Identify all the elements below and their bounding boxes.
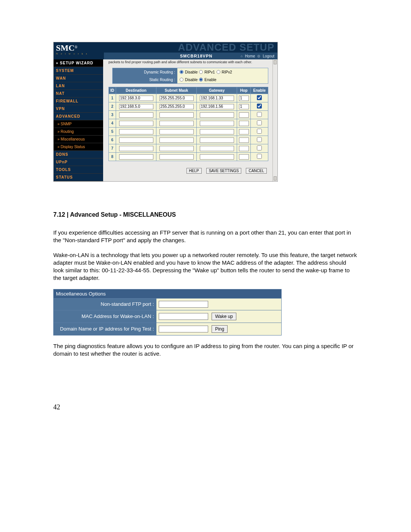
table-row: 5 — [109, 128, 268, 136]
wake-up-button[interactable]: Wake up — [212, 313, 236, 320]
nav-lan[interactable]: LAN — [54, 82, 103, 90]
mask-input[interactable] — [159, 129, 194, 134]
nav-upnp[interactable]: UPnP — [54, 158, 103, 166]
hop-input[interactable] — [239, 104, 249, 109]
dyn-option-label: RIPv2 — [222, 70, 232, 74]
table-row: 7 — [109, 144, 268, 153]
enable-checkbox[interactable] — [257, 95, 262, 100]
table-row: 1 — [109, 94, 268, 102]
dest-input[interactable] — [119, 137, 153, 143]
ping-button[interactable]: Ping — [212, 325, 228, 333]
device-model: SMCBR18VPN — [180, 54, 212, 58]
dest-input[interactable] — [119, 96, 153, 101]
dest-input[interactable] — [119, 104, 153, 109]
nav-tools[interactable]: TOOLS — [54, 166, 103, 174]
stat-option-label: Enable — [204, 78, 216, 82]
mask-input[interactable] — [159, 104, 194, 109]
doc-paragraph-wol: Wake-on-LAN is a technology that lets yo… — [53, 251, 358, 282]
dest-input[interactable] — [119, 121, 153, 126]
scrollbar[interactable] — [272, 59, 277, 181]
router-admin-screenshot: SMC® N e t w o r k s ADVANCED SETUP SMCB… — [53, 42, 278, 182]
mask-input[interactable] — [159, 137, 194, 143]
gateway-input[interactable] — [200, 121, 234, 126]
wol-mac-input[interactable] — [159, 313, 208, 320]
stat-radio-enable[interactable] — [199, 78, 203, 81]
nav-setup-wizard[interactable]: » SETUP WIZARD — [54, 59, 103, 67]
col-subnet-mask: Subnet Mask — [156, 87, 197, 94]
table-row: 8 — [109, 153, 268, 161]
table-row: 4 — [109, 119, 268, 128]
logout-link[interactable]: Logout — [263, 54, 274, 58]
mask-input[interactable] — [159, 96, 194, 101]
dest-input[interactable] — [119, 146, 153, 151]
hop-input[interactable] — [239, 137, 249, 143]
nav-firewall[interactable]: FIREWALL — [54, 97, 103, 105]
mask-input[interactable] — [159, 154, 194, 160]
enable-checkbox[interactable] — [257, 112, 262, 117]
dest-input[interactable] — [119, 112, 153, 118]
stat-option-label: Disable — [185, 78, 198, 82]
nav-vpn[interactable]: VPN — [54, 105, 103, 113]
save-button[interactable]: SAVE SETTINGS — [206, 168, 242, 174]
help-button[interactable]: HELP — [186, 168, 202, 174]
dest-input[interactable] — [119, 154, 153, 160]
hop-input[interactable] — [239, 96, 249, 101]
nav-miscellaneous[interactable]: » Miscellaneous — [54, 136, 103, 143]
hop-input[interactable] — [239, 146, 249, 151]
gateway-input[interactable] — [200, 112, 234, 118]
table-row: 2 — [109, 102, 268, 111]
nav-status[interactable]: STATUS — [54, 174, 103, 181]
col-id: ID — [109, 87, 116, 94]
banner-title: ADVANCED SETUP — [178, 42, 274, 53]
nav-ddns[interactable]: DDNS — [54, 151, 103, 158]
home-icon: ⌂ — [241, 54, 242, 58]
section-heading: 7.12 | Advanced Setup - MISCELLANEOUS — [53, 211, 358, 218]
nav-wan[interactable]: WAN — [54, 75, 103, 82]
stat-radio-disable[interactable] — [180, 78, 183, 81]
dynamic-routing-label: Dynamic Routing : — [113, 68, 177, 76]
enable-checkbox[interactable] — [257, 104, 262, 109]
nav-display-status[interactable]: » Display Status — [54, 143, 103, 151]
col-gateway: Gateway — [197, 87, 237, 94]
dest-input[interactable] — [119, 129, 153, 134]
home-link[interactable]: Home — [245, 54, 255, 58]
table-row: 6 — [109, 136, 268, 144]
ftp-port-input[interactable] — [159, 301, 208, 308]
nav-routing[interactable]: » Routing — [54, 128, 103, 136]
nav-nat[interactable]: NAT — [54, 90, 103, 97]
hop-input[interactable] — [239, 129, 249, 134]
dyn-radio-disable[interactable] — [180, 70, 183, 74]
gateway-input[interactable] — [200, 137, 234, 143]
dyn-radio-ripv1[interactable] — [199, 70, 203, 74]
gateway-input[interactable] — [200, 104, 234, 109]
logout-icon: ◎ — [257, 54, 260, 58]
nav-snmp[interactable]: » SNMP — [54, 120, 103, 128]
gateway-input[interactable] — [200, 96, 234, 101]
col-enable: Enable — [251, 87, 268, 94]
gateway-input[interactable] — [200, 146, 234, 151]
nav-system[interactable]: SYSTEM — [54, 67, 103, 75]
nav-advanced[interactable]: ADVANCED — [54, 113, 103, 120]
mask-input[interactable] — [159, 121, 194, 126]
mask-input[interactable] — [159, 112, 194, 118]
cancel-button[interactable]: CANCEL — [246, 168, 267, 174]
gateway-input[interactable] — [200, 154, 234, 160]
gateway-input[interactable] — [200, 129, 234, 134]
mask-input[interactable] — [159, 146, 194, 151]
enable-checkbox[interactable] — [257, 145, 262, 150]
enable-checkbox[interactable] — [257, 137, 262, 142]
enable-checkbox[interactable] — [257, 154, 262, 159]
hop-input[interactable] — [239, 121, 249, 126]
dyn-radio-ripv2[interactable] — [217, 70, 220, 74]
misc-options-table: Miscellaneous Options Non-standard FTP p… — [53, 289, 282, 335]
col-destination: Destination — [116, 87, 156, 94]
doc-paragraph-ping: The ping diagnostics feature allows you … — [53, 342, 358, 358]
ping-target-input[interactable] — [159, 326, 208, 332]
brand-logo: SMC® N e t w o r k s — [54, 42, 104, 59]
enable-checkbox[interactable] — [257, 129, 262, 134]
hop-input[interactable] — [239, 154, 249, 160]
dyn-option-label: Disable — [185, 70, 198, 74]
hop-input[interactable] — [239, 112, 249, 118]
sidebar-nav: » SETUP WIZARD SYSTEM WAN LAN NAT FIREWA… — [54, 59, 103, 181]
enable-checkbox[interactable] — [257, 120, 262, 125]
